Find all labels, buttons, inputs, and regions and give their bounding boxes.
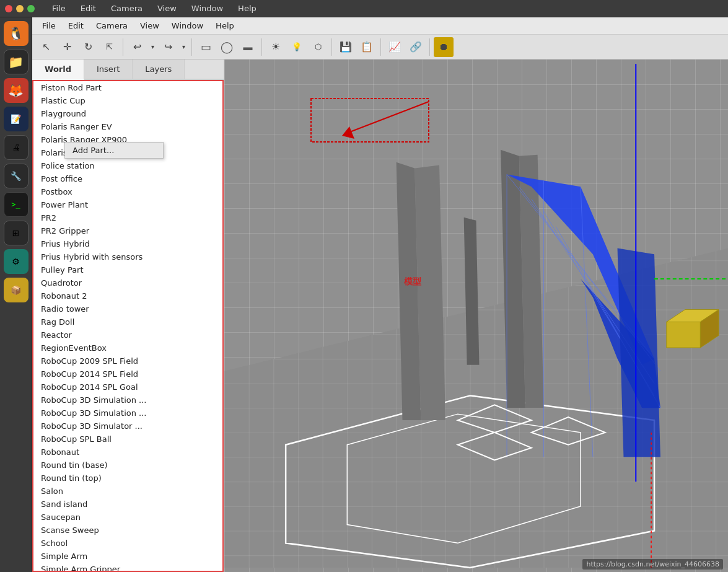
spotlight-button[interactable]: 💡	[287, 37, 307, 57]
app-menu-view[interactable]: View	[135, 19, 164, 32]
list-item[interactable]: Quadrotor	[33, 276, 222, 289]
select-tool-button[interactable]: ↖	[36, 37, 56, 57]
list-item[interactable]: Simple Arm Gripper	[33, 563, 222, 572]
viewport-scene	[224, 59, 728, 572]
list-item[interactable]: Reactor	[33, 328, 222, 341]
sun-button[interactable]: ☀	[266, 37, 286, 57]
list-item[interactable]: Prius Hybrid with sensors	[33, 250, 222, 263]
redo-dropdown-button[interactable]: ▾	[179, 37, 188, 57]
os-menu-view[interactable]: View	[155, 2, 179, 14]
toolbar: ↖ ✛ ↻ ⇱ ↩ ▾ ↪ ▾ ▭ ◯ ▬ ☀ 💡 ⬡ 💾 📋 📈 🔗 ⏺	[32, 35, 728, 59]
list-item[interactable]: RoboCup 2014 SPL Goal	[33, 381, 222, 394]
list-item[interactable]: Police station	[33, 159, 222, 172]
app-menubar: File Edit Camera View Window Help	[32, 17, 728, 35]
list-item[interactable]: Robonaut	[33, 446, 222, 459]
scale-tool-button[interactable]: ⇱	[99, 37, 119, 57]
sphere-button[interactable]: ◯	[217, 37, 237, 57]
app-menu-camera[interactable]: Camera	[91, 19, 133, 32]
link-button[interactable]: 🔗	[406, 37, 426, 57]
list-item[interactable]: PR2 Gripper	[33, 224, 222, 237]
os-menu-file[interactable]: File	[50, 2, 68, 14]
toolbar-separator-4	[331, 38, 332, 56]
add-part-item[interactable]: Add Part...	[65, 143, 163, 158]
app-menu-file[interactable]: File	[37, 19, 61, 32]
dock-tool[interactable]: 🔧	[4, 164, 29, 188]
list-item[interactable]: Robonaut 2	[33, 289, 222, 302]
list-item[interactable]: RoboCup SPL Ball	[33, 433, 222, 446]
dock-files[interactable]: 📁	[4, 50, 29, 74]
list-item[interactable]: Rag Doll	[33, 315, 222, 328]
move-tool-button[interactable]: ✛	[57, 37, 77, 57]
os-menu-window[interactable]: Window	[189, 2, 226, 14]
app-menu-window[interactable]: Window	[167, 19, 208, 32]
list-item[interactable]: Piston Rod Part	[33, 81, 222, 94]
list-item[interactable]: PR2	[33, 211, 222, 224]
toolbar-separator-2	[191, 38, 192, 56]
dock-settings[interactable]: ⚙	[4, 249, 29, 274]
record-button[interactable]: ⏺	[434, 37, 454, 57]
app-menu-edit[interactable]: Edit	[63, 19, 89, 32]
list-item[interactable]: RoboCup 3D Simulator ...	[33, 420, 222, 433]
dock-apps[interactable]: ⊞	[4, 221, 29, 245]
list-item[interactable]: Power Plant	[33, 198, 222, 211]
tab-world[interactable]: World	[32, 59, 84, 80]
list-item[interactable]: Polaris Ranger EV	[33, 120, 222, 133]
log-button[interactable]: 📋	[357, 37, 377, 57]
plot-button[interactable]: 📈	[385, 37, 405, 57]
toolbar-separator-3	[261, 38, 262, 56]
panel-tabs: World Insert Layers	[32, 59, 224, 80]
list-item[interactable]: Radio tower	[33, 302, 222, 315]
list-item[interactable]: Scanse Sweep	[33, 524, 222, 537]
cylinder-button[interactable]: ▬	[238, 37, 258, 57]
window-controls	[5, 5, 35, 12]
dock-ubuntu[interactable]: 🐧	[4, 21, 29, 46]
save-button[interactable]: 💾	[336, 37, 356, 57]
os-menubar: File Edit Camera View Window Help	[0, 0, 728, 17]
tab-insert[interactable]: Insert	[84, 59, 133, 79]
rotate-tool-button[interactable]: ↻	[78, 37, 98, 57]
app-menu-help[interactable]: Help	[211, 19, 239, 32]
list-item[interactable]: Plastic Cup	[33, 94, 222, 107]
list-item[interactable]: Postbox	[33, 185, 222, 198]
toolbar-separator-6	[429, 38, 430, 56]
list-item[interactable]: RoboCup 3D Simulation ...	[33, 394, 222, 407]
dock-text[interactable]: 📝	[4, 107, 29, 131]
dock-package[interactable]: 📦	[4, 278, 29, 302]
minimize-button[interactable]	[16, 5, 24, 12]
list-item[interactable]: Round tin (base)	[33, 459, 222, 472]
box-button[interactable]: ▭	[196, 37, 216, 57]
model-label: 模型	[404, 276, 421, 288]
list-item[interactable]: Pulley Part	[33, 263, 222, 276]
list-item[interactable]: Playground	[33, 107, 222, 120]
dock-terminal[interactable]: >_	[4, 192, 29, 217]
list-item[interactable]: Salon	[33, 485, 222, 498]
insert-dropdown: Add Part...	[64, 142, 164, 159]
redo-button[interactable]: ↪	[158, 37, 178, 57]
maximize-button[interactable]	[27, 5, 35, 12]
list-item[interactable]: Post office	[33, 172, 222, 185]
close-button[interactable]	[5, 5, 12, 12]
os-menu-help[interactable]: Help	[235, 2, 259, 14]
list-item[interactable]: School	[33, 537, 222, 550]
list-item[interactable]: Saucepan	[33, 511, 222, 524]
viewport[interactable]: 模型 https://blog.csdn.net/weixin_44606638	[224, 59, 728, 572]
list-item[interactable]: Round tin (top)	[33, 472, 222, 485]
tab-layers[interactable]: Layers	[133, 59, 185, 79]
list-item[interactable]: Simple Arm	[33, 550, 222, 563]
directional-button[interactable]: ⬡	[308, 37, 328, 57]
svg-marker-19	[618, 248, 660, 457]
left-panel: World Insert Layers Add Part... Piston R…	[32, 59, 224, 572]
list-item[interactable]: RoboCup 2009 SPL Field	[33, 354, 222, 367]
os-menu-camera[interactable]: Camera	[108, 2, 145, 14]
left-dock: 🐧 📁 🦊 📝 🖨 🔧 >_ ⊞ ⚙ 📦	[0, 17, 32, 572]
undo-dropdown-button[interactable]: ▾	[148, 37, 157, 57]
undo-button[interactable]: ↩	[127, 37, 147, 57]
list-item[interactable]: RoboCup 2014 SPL Field	[33, 367, 222, 381]
list-item[interactable]: Prius Hybrid	[33, 237, 222, 250]
list-item[interactable]: Sand island	[33, 498, 222, 511]
list-item[interactable]: RoboCup 3D Simulation ...	[33, 407, 222, 420]
dock-printer[interactable]: 🖨	[4, 135, 29, 160]
os-menu-edit[interactable]: Edit	[78, 2, 99, 14]
list-item[interactable]: RegionEventBox	[33, 341, 222, 354]
dock-firefox[interactable]: 🦊	[4, 78, 29, 103]
